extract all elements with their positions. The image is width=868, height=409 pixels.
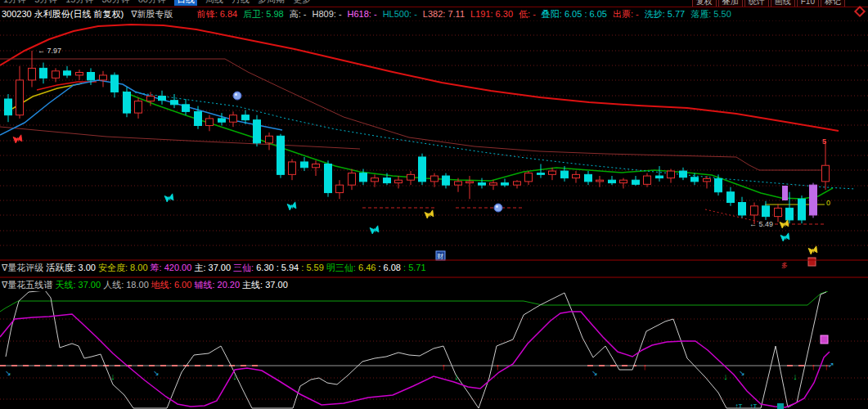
period-item-更多[interactable]: 更多: [293, 0, 311, 6]
quote-bar: 300230 永利股份(日线 前复权) ∇新股专版 前锋: 6.84后卫: 5.…: [0, 7, 868, 20]
chart-annotation: ↑: [495, 362, 500, 371]
field: 低: -: [519, 9, 536, 19]
period-items: 1分钟5分钟15分钟30分钟60分钟日线周线月线多周期更多: [3, 0, 319, 6]
field: 筹: 420.00: [151, 263, 195, 272]
sphere-marker: [494, 204, 502, 212]
chart-annotation: ↓: [793, 371, 798, 381]
toolbar-button-复权[interactable]: 复权: [692, 0, 717, 7]
field: 前锋: 6.84: [197, 9, 238, 19]
sphere-marker: [233, 92, 241, 100]
chart-annotation: ↓: [232, 371, 237, 381]
period-item-5分钟[interactable]: 5分钟: [34, 0, 57, 6]
field: 明三仙:: [326, 263, 358, 272]
field: 出票: -: [613, 9, 639, 19]
field: 后卫: 5.98: [243, 9, 284, 19]
quote-fields: 前锋: 6.84后卫: 5.98高: -H809: -H618: -HL500:…: [197, 9, 737, 19]
chart-annotation: ↑T: [750, 402, 758, 409]
bottom-chart-canvas[interactable]: ↑↑↑↑↑↓↓↓↓↓↘↘↘↘↗↑T↑T: [0, 291, 868, 409]
toolbar-button-F10[interactable]: F10: [797, 0, 819, 7]
toolbar-button-标记[interactable]: 标记: [821, 0, 845, 7]
butterfly-marker: [13, 135, 23, 143]
chart-annotation: ↑: [642, 362, 647, 371]
chart-annotation: ↑: [441, 362, 446, 371]
butterfly-marker: [370, 226, 380, 234]
main-line-white: [6, 291, 826, 408]
toolbar-buttons: 复权叠加统计画线F10标记: [690, 0, 845, 7]
field: 6.30: [256, 263, 276, 272]
main-chart-canvas[interactable]: ← 7.97← 5.4950财多: [0, 20, 868, 278]
period-item-周线[interactable]: 周线: [205, 0, 223, 6]
field: 主线: 37.00: [242, 280, 288, 290]
chart-annotation: ↗: [828, 361, 834, 369]
field: 洗抄: 5.77: [645, 9, 686, 19]
chart-annotation: ← 7.97: [38, 47, 61, 55]
field: 叠阳: 6.05 : 6.05: [542, 9, 607, 19]
stock-title: 300230 永利股份(日线 前复权): [2, 9, 124, 19]
dark-red-trend: [0, 127, 360, 149]
field: : 5.71: [403, 263, 426, 272]
chart-annotation: 0: [826, 199, 830, 207]
period-item-15分钟[interactable]: 15分钟: [65, 0, 93, 6]
magenta-stamp-icon: [821, 335, 828, 344]
field: 辅线: 20.20: [194, 280, 242, 290]
chart-annotation: ↑: [811, 362, 816, 371]
field: 三仙:: [233, 263, 256, 272]
field: 天线: 37.00: [55, 280, 103, 290]
field: 安全度: 8.00: [98, 263, 151, 272]
indicator-row-wuxianpu[interactable]: ∇量花五线谱 天线: 37.00 人线: 18.00 地线: 6.00 辅线: …: [2, 279, 868, 291]
period-item-30分钟[interactable]: 30分钟: [102, 0, 130, 6]
sphere-highlight: [235, 93, 237, 96]
chart-annotation: ↓: [110, 371, 115, 381]
butterfly-marker: [780, 233, 790, 241]
toolbar-button-统计[interactable]: 统计: [744, 0, 769, 7]
butterfly-marker: [164, 194, 174, 202]
butterfly-marker: [780, 220, 789, 228]
field: 地线: 6.00: [151, 280, 195, 290]
chart-annotation: ← 5.49: [749, 220, 773, 228]
field: ∇量花五线谱: [2, 280, 55, 290]
field: H618: -: [348, 9, 377, 19]
butterfly-marker: [425, 210, 434, 218]
field: : 5.59: [301, 263, 326, 272]
field: 人线: 18.00: [103, 280, 151, 290]
chart-annotation: ↘: [153, 369, 160, 377]
period-item-日线[interactable]: 日线: [174, 0, 197, 6]
period-item-多周期[interactable]: 多周期: [258, 0, 285, 6]
field: : 5.94: [277, 263, 302, 272]
toolbar-button-叠加[interactable]: 叠加: [718, 0, 743, 7]
indicator-template-badge[interactable]: ∇新股专版: [131, 9, 173, 19]
dark-red-level: [0, 59, 829, 170]
field: L191: 6.30: [470, 9, 513, 19]
butterfly-marker: [287, 202, 297, 210]
field: 6.46: [358, 263, 378, 272]
field: 活跃度: 3.00: [46, 263, 98, 272]
ma-long-red: [0, 25, 839, 131]
period-item-60分钟[interactable]: 60分钟: [138, 0, 166, 6]
sphere-highlight: [496, 205, 498, 208]
aux-line-magenta: [0, 312, 830, 407]
violet-bar: [782, 186, 788, 200]
field: HL500: -: [383, 9, 417, 19]
teal-box-icon: [777, 403, 784, 409]
field: H809: -: [312, 9, 341, 19]
period-item-1分钟[interactable]: 1分钟: [3, 0, 26, 6]
sky-line-green: [0, 291, 828, 312]
trading-app: 1分钟5分钟15分钟30分钟60分钟日线周线月线多周期更多 复权叠加统计画线F1…: [0, 0, 868, 409]
field: 高: -: [290, 9, 307, 19]
field: L382: 7.11: [423, 9, 465, 19]
period-item-月线[interactable]: 月线: [232, 0, 250, 6]
period-bar: 1分钟5分钟15分钟30分钟60分钟日线周线月线多周期更多 复权叠加统计画线F1…: [0, 0, 868, 7]
indicator-row-rating[interactable]: ∇量花评级 活跃度: 3.00 安全度: 8.00 筹: 420.00 主: 3…: [2, 262, 868, 274]
field: 主: 37.00: [194, 263, 233, 272]
toolbar-button-画线[interactable]: 画线: [771, 0, 795, 7]
field: : 6.08: [378, 263, 403, 272]
butterfly-marker: [808, 246, 818, 254]
chart-annotation: ↘: [591, 369, 598, 377]
chart-annotation: ↓: [454, 371, 459, 381]
chart-annotation: 5: [822, 137, 826, 146]
chart-annotation: ↘: [739, 369, 745, 377]
chart-annotation: 财: [437, 253, 443, 260]
chart-annotation: ↑T: [735, 402, 743, 409]
field: ∇量花评级: [2, 263, 46, 272]
chart-annotation: ↓: [723, 371, 728, 381]
